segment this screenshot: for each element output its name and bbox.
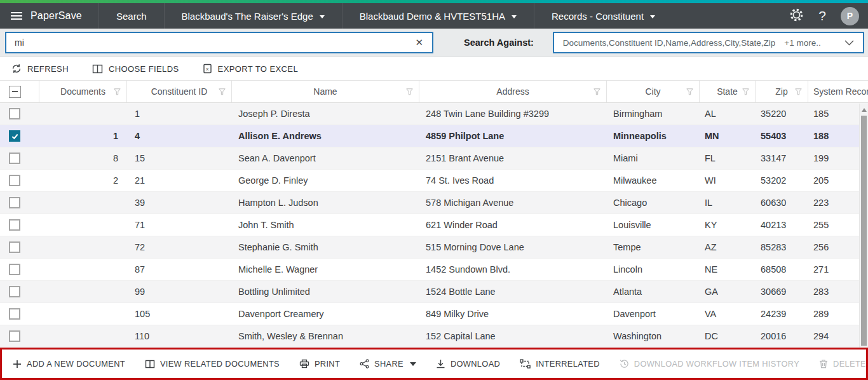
application-selector[interactable]: Blackbaud's The Raiser's Edge bbox=[164, 3, 342, 29]
column-header-state[interactable]: State bbox=[700, 81, 756, 102]
row-checkbox[interactable] bbox=[9, 308, 20, 320]
column-header-system-record-id[interactable]: System Record ID bbox=[808, 81, 868, 102]
record-type-selector[interactable]: Records - Constituent bbox=[534, 3, 672, 29]
cell-documents bbox=[39, 259, 127, 280]
cell-name: Allison E. Andrews bbox=[232, 125, 419, 147]
cell-zip: 24239 bbox=[756, 303, 808, 325]
table-row[interactable]: 71 John T. Smith 621 Winder Road Louisvi… bbox=[0, 214, 868, 236]
row-checkbox[interactable] bbox=[9, 330, 20, 342]
cell-documents bbox=[39, 103, 127, 125]
row-checkbox[interactable] bbox=[9, 130, 20, 142]
row-checkbox[interactable] bbox=[9, 175, 20, 186]
cell-state: KY bbox=[700, 214, 756, 236]
row-checkbox[interactable] bbox=[9, 286, 20, 297]
footer-item-label: SHARE bbox=[374, 359, 403, 369]
column-header-constituent-id[interactable]: Constituent ID bbox=[127, 81, 232, 102]
row-checkbox[interactable] bbox=[9, 241, 20, 253]
cell-name: John T. Smith bbox=[232, 214, 419, 236]
row-checkbox[interactable] bbox=[9, 264, 20, 275]
search-input[interactable]: mi ✕ bbox=[5, 32, 433, 53]
filter-funnel-icon bbox=[686, 88, 693, 95]
cell-zip: 30669 bbox=[756, 281, 808, 302]
cell-city: Louisville bbox=[607, 214, 700, 236]
brand-area: PaperSave bbox=[0, 3, 98, 29]
table-row[interactable]: 87 Michelle E. Wagner 1452 Sundown Blvd.… bbox=[0, 259, 868, 281]
cell-city: Tempe bbox=[607, 236, 700, 258]
view-related-documents-button[interactable]: VIEW RELATED DOCUMENTS bbox=[145, 359, 280, 369]
cell-address: 621 Winder Road bbox=[419, 214, 607, 236]
table-row[interactable]: 8 15 Sean A. Davenport 2151 Brant Avenue… bbox=[0, 147, 868, 170]
table-row[interactable]: 1 Joseph P. Diresta 248 Twin Lane Buildi… bbox=[0, 103, 868, 125]
column-header-zip[interactable]: Zip bbox=[756, 81, 808, 102]
search-input-value: mi bbox=[15, 37, 414, 48]
hamburger-menu-icon[interactable] bbox=[11, 12, 22, 20]
cell-constituent-id: 71 bbox=[127, 214, 232, 236]
table-row[interactable]: 2 21 George D. Finley 74 St. Ives Road M… bbox=[0, 170, 868, 192]
cell-documents bbox=[39, 281, 127, 302]
cell-name: Smith, Wesley & Brennan bbox=[232, 325, 419, 347]
table-row[interactable]: 72 Stephanie G. Smith 515 Morning Dove L… bbox=[0, 236, 868, 259]
cell-documents: 1 bbox=[39, 125, 127, 147]
row-checkbox[interactable] bbox=[9, 108, 20, 119]
search-against-more: +1 more.. bbox=[784, 38, 820, 48]
choose-fields-button[interactable]: CHOOSE FIELDS bbox=[92, 64, 179, 74]
share-icon bbox=[360, 359, 369, 369]
cell-state: AZ bbox=[700, 236, 756, 258]
scrollbar-thumb[interactable] bbox=[861, 116, 867, 346]
footer-item-label: DOWNLOAD bbox=[451, 359, 500, 369]
table-row[interactable]: 99 Bottling Unlimited 1524 Bottle Lane A… bbox=[0, 281, 868, 303]
cell-city: Miami bbox=[607, 147, 700, 169]
row-checkbox[interactable] bbox=[9, 197, 20, 208]
cell-address: 152 Capital Lane bbox=[419, 325, 607, 347]
cell-constituent-id: 39 bbox=[127, 192, 232, 214]
user-avatar[interactable]: P bbox=[841, 7, 859, 25]
cell-address: 578 Michigan Avenue bbox=[419, 192, 607, 214]
table-row[interactable]: 1 4 Allison E. Andrews 4859 Philpot Lane… bbox=[0, 125, 868, 147]
cell-constituent-id: 72 bbox=[127, 236, 232, 258]
cell-zip: 85283 bbox=[756, 236, 808, 258]
refresh-button[interactable]: REFRESH bbox=[11, 64, 69, 74]
select-all-checkbox[interactable] bbox=[9, 86, 21, 98]
search-against-value: Documents,Constituent ID,Name,Address,Ci… bbox=[563, 38, 775, 48]
print-button[interactable]: PRINT bbox=[299, 359, 340, 369]
table-row[interactable]: 110 Smith, Wesley & Brennan 152 Capital … bbox=[0, 325, 868, 348]
cell-constituent-id: 1 bbox=[127, 103, 232, 125]
add-new-document-button[interactable]: ADD A NEW DOCUMENT bbox=[13, 359, 125, 369]
cell-address: 248 Twin Lane Building #3299 bbox=[419, 103, 607, 125]
scroll-up-arrow-icon[interactable] bbox=[862, 108, 867, 112]
interrelated-button[interactable]: INTERRELATED bbox=[520, 359, 600, 369]
vertical-scrollbar[interactable] bbox=[859, 104, 868, 348]
filter-funnel-icon bbox=[219, 88, 226, 95]
cell-constituent-id: 99 bbox=[127, 281, 232, 302]
download-workflow-history-button[interactable]: DOWNLOAD WORKFLOW ITEM HISTORY bbox=[620, 359, 799, 369]
cell-name: Bottling Unlimited bbox=[232, 281, 419, 302]
cell-constituent-id: 105 bbox=[127, 303, 232, 325]
search-against-dropdown[interactable]: Documents,Constituent ID,Name,Address,Ci… bbox=[553, 32, 864, 53]
column-header-documents[interactable]: Documents bbox=[39, 81, 127, 102]
table-row[interactable]: 105 Davenport Creamery 849 Milky Drive D… bbox=[0, 303, 868, 325]
settings-gear-icon[interactable] bbox=[789, 8, 804, 25]
cell-city: Davenport bbox=[607, 303, 700, 325]
row-checkbox[interactable] bbox=[9, 219, 20, 231]
tab-search[interactable]: Search bbox=[98, 3, 164, 29]
cell-address: 74 St. Ives Road bbox=[419, 170, 607, 191]
delete-button[interactable]: DELETE bbox=[819, 359, 866, 369]
share-button[interactable]: SHARE bbox=[360, 359, 416, 369]
cell-constituent-id: 15 bbox=[127, 147, 232, 169]
footer-item-label: INTERRELATED bbox=[536, 359, 600, 369]
column-header-name[interactable]: Name bbox=[232, 81, 419, 102]
filter-funnel-icon bbox=[742, 88, 749, 95]
download-button[interactable]: DOWNLOAD bbox=[436, 359, 500, 369]
database-selector[interactable]: Blackbaud Demo & HVTEST51HA bbox=[342, 3, 534, 29]
cell-address: 515 Morning Dove Lane bbox=[419, 236, 607, 258]
table-row[interactable]: 39 Hampton L. Judson 578 Michigan Avenue… bbox=[0, 192, 868, 214]
help-icon[interactable]: ? bbox=[818, 8, 826, 24]
column-header-address[interactable]: Address bbox=[419, 81, 607, 102]
export-to-excel-button[interactable]: x EXPORT TO EXCEL bbox=[203, 64, 298, 74]
cell-address: 1524 Bottle Lane bbox=[419, 281, 607, 302]
clear-search-icon[interactable]: ✕ bbox=[414, 37, 424, 48]
column-header-city[interactable]: City bbox=[607, 81, 700, 102]
cell-zip: 60630 bbox=[756, 192, 808, 214]
cell-address: 2151 Brant Avenue bbox=[419, 147, 607, 169]
row-checkbox[interactable] bbox=[9, 153, 20, 164]
